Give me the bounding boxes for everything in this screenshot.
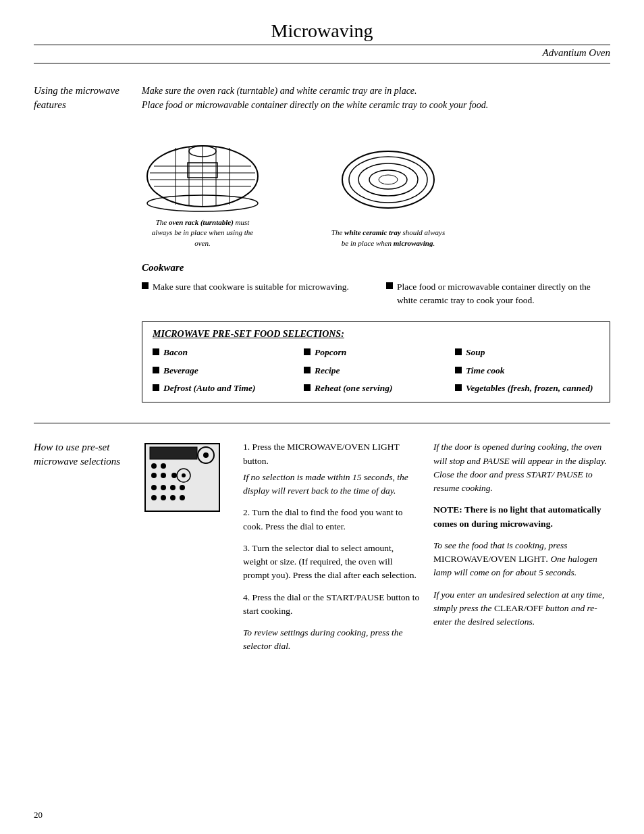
step-1-text: Press the MICROWAVE/OVEN LIGHT button.	[243, 442, 400, 465]
svg-point-28	[182, 473, 186, 477]
svg-rect-19	[150, 447, 197, 459]
oven-rack-illustration	[142, 126, 263, 213]
svg-point-17	[379, 175, 398, 184]
ceramic-tray-illustration	[338, 136, 439, 224]
svg-point-29	[151, 485, 157, 490]
svg-point-24	[151, 473, 157, 478]
preset-bullet-5	[304, 367, 311, 373]
preset-label-vegetables: Vegetables (fresh, frozen, canned)	[466, 382, 593, 395]
preset-bullet-4	[153, 367, 159, 373]
preset-box: MICROWAVE PRE-SET FOOD SELECTIONS: Bacon…	[142, 321, 610, 403]
preset-bullet-1	[153, 348, 159, 355]
intro-line-2: Place food or microwavable container dir…	[142, 98, 610, 112]
section-label-microwave: Using the microwave features	[34, 84, 142, 402]
svg-point-25	[161, 473, 166, 478]
preset-item-soup: Soup	[455, 346, 599, 359]
step-2-number: 2.	[243, 507, 252, 517]
section-divider	[34, 423, 610, 423]
preset-label-soup: Soup	[466, 346, 485, 359]
note-see-food: To see the food that is cooking, press M…	[433, 539, 610, 580]
preset-item-vegetables: Vegetables (fresh, frozen, canned)	[455, 382, 599, 395]
note-no-light: NOTE: There is no light that automatical…	[433, 503, 610, 531]
svg-point-33	[151, 495, 157, 500]
preset-title: MICROWAVE PRE-SET FOOD SELECTIONS:	[153, 329, 599, 340]
preset-item-recipe: Recipe	[304, 365, 448, 377]
preset-label-popcorn: Popcorn	[315, 346, 346, 359]
intro-text: Make sure the oven rack (turntable) and …	[142, 84, 610, 112]
bullet-icon-2	[386, 282, 393, 289]
step-1-note: If no selection is made within 15 second…	[243, 471, 420, 498]
step-review-note: To review settings during cooking, press…	[243, 626, 420, 654]
step-4-number: 4.	[243, 592, 252, 602]
preset-label-reheat: Reheat (one serving)	[315, 382, 393, 395]
preset-bullet-3	[455, 348, 462, 355]
howto-right-notes: If the door is opened during cooking, th…	[433, 440, 610, 653]
step-2-text: Turn the dial to find the food you want …	[243, 507, 403, 531]
page-header: Microwaving Advantium Oven	[34, 20, 610, 63]
section-microwave-content: Make sure the oven rack (turntable) and …	[142, 84, 610, 402]
ceramic-tray-block: The white ceramic tray should always be …	[331, 136, 446, 249]
cookware-bullet-text-2: Place food or microwavable container dir…	[397, 280, 610, 308]
cookware-bullet-1: Make sure that cookware is suitable for …	[142, 280, 366, 308]
step-1: 1. Press the MICROWAVE/OVEN LIGHT button…	[243, 440, 420, 498]
preset-item-beverage: Beverage	[153, 365, 297, 377]
step-4-text: Press the dial or the START/PAUSE button…	[243, 592, 419, 616]
section-microwave-features: Using the microwave features Make sure t…	[34, 84, 610, 402]
preset-label-beverage: Beverage	[163, 365, 198, 377]
preset-label-recipe: Recipe	[315, 365, 340, 377]
svg-point-30	[161, 485, 166, 490]
preset-item-bacon: Bacon	[153, 346, 297, 359]
preset-bullet-9	[455, 384, 462, 391]
svg-point-36	[180, 495, 185, 500]
preset-bullet-6	[455, 367, 462, 373]
svg-point-32	[180, 485, 185, 490]
step-1-number: 1.	[243, 442, 252, 452]
page-number: 20	[34, 810, 43, 820]
page-subtitle: Advantium Oven	[34, 45, 610, 59]
page-title: Microwaving	[34, 20, 610, 42]
preset-item-popcorn: Popcorn	[304, 346, 448, 359]
svg-point-31	[170, 485, 176, 490]
svg-point-16	[369, 170, 407, 189]
svg-point-21	[203, 452, 209, 458]
page: Microwaving Advantium Oven Using the mic…	[0, 0, 644, 834]
preset-item-defrost: Defrost (Auto and Time)	[153, 382, 297, 395]
cookware-bullet-2: Place food or microwavable container dir…	[386, 280, 610, 308]
svg-point-35	[170, 495, 176, 500]
svg-point-13	[342, 151, 434, 208]
howto-steps: 1. Press the MICROWAVE/OVEN LIGHT button…	[243, 440, 420, 653]
panel-illustration	[142, 440, 223, 515]
step-3-text: Turn the selector dial to select amount,…	[243, 543, 417, 581]
cookware-bullet-text-1: Make sure that cookware is suitable for …	[153, 280, 349, 294]
bullet-icon-1	[142, 282, 149, 289]
oven-rack-caption: The oven rack (turntable) must always be…	[145, 217, 260, 249]
howto-label: How to use pre-set microwave selections	[34, 440, 142, 653]
preset-bullet-2	[304, 348, 311, 355]
howto-content: 1. Press the MICROWAVE/OVEN LIGHT button…	[142, 440, 610, 653]
preset-grid: Bacon Popcorn Soup Beverage	[153, 346, 599, 396]
oven-rack-block: The oven rack (turntable) must always be…	[142, 126, 263, 249]
preset-item-reheat: Reheat (one serving)	[304, 382, 448, 395]
howto-inner: 1. Press the MICROWAVE/OVEN LIGHT button…	[142, 440, 610, 653]
preset-label-timecook: Time cook	[466, 365, 505, 377]
step-3-number: 3.	[243, 543, 252, 553]
preset-label-defrost: Defrost (Auto and Time)	[163, 382, 255, 395]
preset-bullet-7	[153, 384, 159, 391]
note-undesired: If you enter an undesired selection at a…	[433, 588, 610, 629]
preset-label-bacon: Bacon	[163, 346, 188, 359]
preset-item-timecook: Time cook	[455, 365, 599, 377]
step-2: 2. Turn the dial to find the food you wa…	[243, 506, 420, 533]
cookware-section: Cookware Make sure that cookware is suit…	[142, 262, 610, 308]
section-howto: How to use pre-set microwave selections	[34, 440, 610, 653]
svg-point-15	[358, 163, 418, 196]
illustrations-row: The oven rack (turntable) must always be…	[142, 126, 610, 249]
intro-line-1: Make sure the oven rack (turntable) and …	[142, 84, 610, 98]
preset-bullet-8	[304, 384, 311, 391]
cookware-title: Cookware	[142, 262, 610, 273]
svg-point-34	[161, 495, 166, 500]
svg-point-23	[161, 463, 166, 469]
svg-point-26	[171, 473, 177, 478]
note-door-opened: If the door is opened during cooking, th…	[433, 440, 610, 495]
cookware-bullets: Make sure that cookware is suitable for …	[142, 280, 610, 308]
panel-image-col	[142, 440, 230, 653]
